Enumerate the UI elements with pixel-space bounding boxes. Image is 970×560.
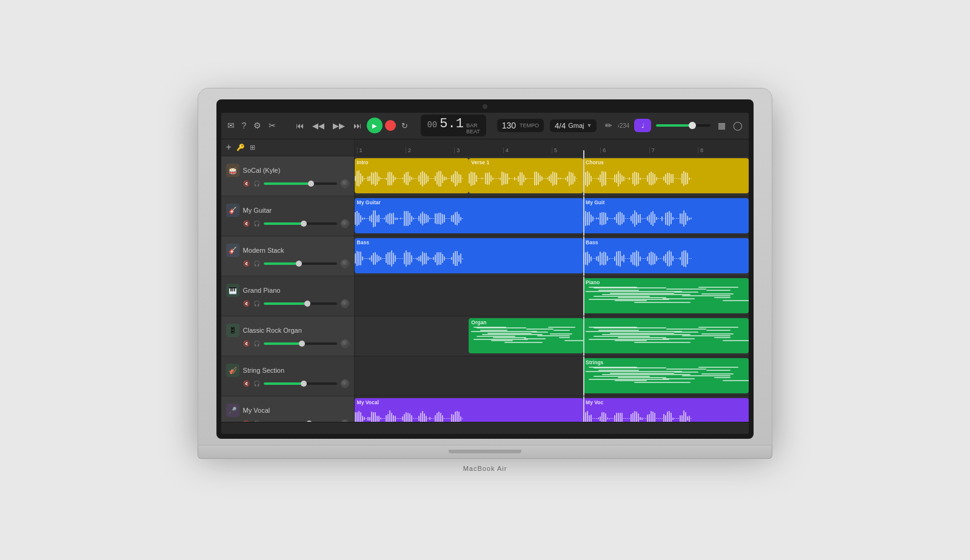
screen-bezel: ✉ ? ⚙ ✂ ⏮ ◀◀ ▶▶ ⏭ ▶ ↻ 0 [216, 99, 754, 439]
track-fader-3[interactable] [264, 302, 337, 305]
master-volume-control[interactable] [656, 124, 711, 127]
track-volume-3[interactable] [341, 299, 349, 308]
mail-icon[interactable]: ✉ [227, 121, 235, 130]
track-fader-5[interactable] [264, 382, 337, 385]
ruler-mark-7: 7 [649, 147, 698, 153]
track-volume-6[interactable] [341, 419, 349, 422]
clip-1-1[interactable]: My Guit [583, 198, 749, 233]
clip-5-0[interactable]: Strings [583, 358, 749, 393]
headphones-icon-5[interactable]: 🎧 [253, 381, 260, 387]
volume-knob[interactable] [689, 122, 696, 129]
mute-icon-1[interactable]: 🔇 [243, 221, 250, 227]
track-volume-2[interactable] [341, 259, 349, 268]
timeline-ruler: 12345678 [355, 139, 749, 156]
skip-button[interactable]: ⏭ [350, 120, 364, 132]
mute-icon-2[interactable]: 🔇 [243, 261, 250, 267]
tuner-icon[interactable]: ♩ [634, 119, 651, 132]
play-button[interactable]: ▶ [367, 118, 383, 133]
ruler-mark-5: 5 [552, 147, 600, 153]
track-icon-5: 🎻 [226, 364, 239, 377]
track-name-5: String Section [243, 367, 349, 374]
track-volume-4[interactable] [341, 339, 349, 348]
track-lane-2: BassBass [355, 236, 749, 276]
track-name-4: Classic Rock Organ [243, 327, 349, 334]
track-name-3: Grand Piano [243, 287, 349, 294]
track-item-6[interactable]: 🎤 My Vocal 🔇 🎧 [221, 396, 354, 422]
fastforward-button[interactable]: ▶▶ [330, 120, 348, 132]
track-fader-1[interactable] [264, 222, 337, 225]
clip-0-1[interactable]: Verse 1 [469, 158, 583, 193]
track-lane-1: My GuitarMy Guit [355, 196, 749, 236]
time-sig-display[interactable]: 4/4 Gmaj ▼ [550, 119, 597, 132]
clip-4-1[interactable] [583, 318, 749, 353]
track-item-0[interactable]: 🥁 SoCal (Kyle) 🔇 🎧 [221, 156, 354, 196]
clip-2-0[interactable]: Bass [355, 238, 583, 273]
laptop-notch [449, 450, 521, 453]
speaker-icon[interactable]: ◯ [733, 121, 743, 130]
cycle-button[interactable]: ↻ [398, 120, 411, 132]
track-icon-0: 🥁 [226, 164, 239, 177]
track-fader-4[interactable] [264, 342, 337, 345]
track-fader-2[interactable] [264, 262, 337, 265]
rewind-button[interactable]: ⏮ [293, 120, 307, 132]
toolbar-right: ▦ ◯ [656, 121, 743, 130]
dropdown-icon[interactable]: ▼ [586, 122, 592, 128]
track-volume-1[interactable] [341, 219, 349, 228]
clip-2-1[interactable]: Bass [583, 238, 749, 273]
lock-icon[interactable]: 🔑 [236, 144, 245, 152]
track-sidebar: + 🔑 ⊞ 🥁 SoCal (Kyle) 🔇 🎧 [221, 139, 355, 422]
track-item-1[interactable]: 🎸 My Guitar 🔇 🎧 [221, 196, 354, 236]
volume-track[interactable] [656, 124, 711, 127]
track-volume-0[interactable] [341, 179, 349, 188]
track-item-5[interactable]: 🎻 String Section 🔇 🎧 [221, 356, 354, 396]
timecode-display: 00 5.1 BAR BEAT [421, 115, 486, 136]
mute-icon-0[interactable]: 🔇 [243, 181, 250, 187]
rewind-button2[interactable]: ◀◀ [309, 120, 327, 132]
pencil-icon[interactable]: ✏ [605, 121, 612, 130]
track-volume-5[interactable] [341, 379, 349, 388]
headphones-icon-1[interactable]: 🎧 [253, 221, 260, 227]
sidebar-header: + 🔑 ⊞ [221, 139, 354, 156]
beat-label: BEAT [466, 128, 480, 135]
config-icon[interactable]: ⊞ [250, 144, 255, 152]
record-button[interactable] [385, 120, 396, 131]
bottom-bar [221, 422, 749, 434]
transport-buttons: ⏮ ◀◀ ▶▶ ⏭ ▶ ↻ [293, 118, 411, 133]
playhead-marker[interactable] [583, 150, 584, 156]
help-icon[interactable]: ? [242, 121, 247, 130]
timecode-labels: BAR BEAT [466, 122, 480, 135]
headphones-icon-4[interactable]: 🎧 [253, 341, 260, 347]
mute-icon-4[interactable]: 🔇 [243, 341, 250, 347]
track-fader-0[interactable] [264, 182, 337, 185]
key-value: Gmaj [568, 122, 584, 129]
clip-0-2[interactable]: Chorus [583, 158, 749, 193]
settings-icon[interactable]: ⚙ [253, 121, 261, 130]
ruler-mark-4: 4 [503, 147, 552, 153]
ruler-mark-8: 8 [698, 147, 746, 153]
track-icon-3: 🎹 [226, 284, 239, 297]
clip-1-0[interactable]: My Guitar [355, 198, 583, 233]
track-item-3[interactable]: 🎹 Grand Piano 🔇 🎧 [221, 276, 354, 316]
headphones-icon-2[interactable]: 🎧 [253, 261, 260, 267]
track-item-2[interactable]: 🎸 Modern Stack 🔇 🎧 [221, 236, 354, 276]
mute-icon-5[interactable]: 🔇 [243, 381, 250, 387]
add-track-button[interactable]: + [226, 142, 232, 153]
grid-icon[interactable]: ▦ [718, 121, 726, 130]
ruler-mark-6: 6 [600, 147, 649, 153]
scissors-icon[interactable]: ✂ [269, 121, 276, 130]
track-item-4[interactable]: 🎛 Classic Rock Organ 🔇 🎧 [221, 316, 354, 356]
mute-icon-6[interactable]: 🔇 [243, 421, 250, 422]
clip-0-0[interactable]: Intro [355, 158, 469, 193]
tempo-value: 130 [502, 121, 516, 130]
clip-6-1[interactable]: My Voc [583, 398, 749, 422]
clip-6-0[interactable]: My Vocal [355, 398, 583, 422]
mute-icon-3[interactable]: 🔇 [243, 301, 250, 307]
clip-3-0[interactable]: Piano [583, 278, 749, 313]
ruler-mark-1: 1 [357, 147, 406, 153]
headphones-icon-0[interactable]: 🎧 [253, 181, 260, 187]
headphones-icon-3[interactable]: 🎧 [253, 301, 260, 307]
clip-4-0[interactable]: Organ [469, 318, 583, 353]
tempo-display[interactable]: 130 TEMPO [497, 119, 544, 132]
volume-fill [656, 124, 692, 127]
headphones-icon-6[interactable]: 🎧 [253, 421, 260, 422]
